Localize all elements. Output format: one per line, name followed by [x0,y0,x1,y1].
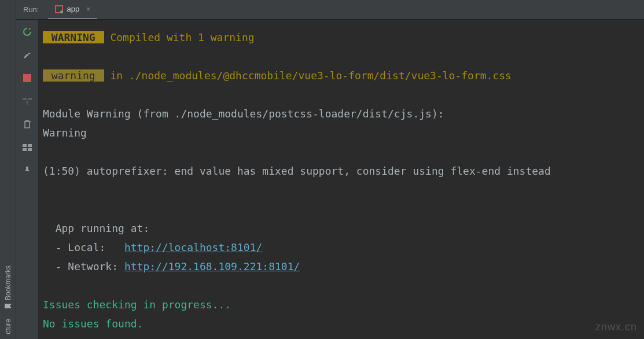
svg-rect-3 [23,144,27,147]
watermark: znwx.cn [595,321,637,333]
no-issues: No issues found. [43,318,143,330]
tab-app[interactable]: app × [48,0,97,19]
top-bar: Run: app × [16,0,644,20]
close-tab-icon[interactable]: × [86,5,90,13]
issues-checking: Issues checking in progress... [43,299,231,311]
tool-column [16,20,38,339]
structure-label: cture [4,319,12,334]
warning-word: Warning [43,127,87,139]
delete-button[interactable] [21,118,34,131]
warning-badge: WARNING [43,31,104,43]
svg-rect-1 [23,98,27,100]
stop-icon [23,74,31,82]
svg-rect-2 [28,98,32,100]
local-link[interactable]: http://localhost:8101/ [124,241,262,253]
body: WARNING Compiled with 1 warning warning … [16,20,644,339]
rerun-button[interactable] [21,25,34,38]
warning-lc-badge: warning [43,69,104,82]
structure-tool[interactable]: cture [4,314,12,339]
console-output[interactable]: WARNING Compiled with 1 warning warning … [38,20,644,339]
layout-button[interactable] [21,95,34,108]
pin-icon [23,166,31,175]
running-at: App running at: [43,222,149,234]
trash-icon [23,120,31,129]
main-area: Run: app × [16,0,644,339]
split-button[interactable] [21,141,34,154]
bookmarks-tool[interactable]: Bookmarks [4,261,12,314]
autoprefixer-msg: (1:50) autoprefixer: end value has mixed… [43,165,551,177]
bookmarks-label: Bookmarks [4,266,12,300]
run-config-icon [55,5,63,13]
tab-label: app [67,5,79,13]
wrench-icon [22,50,32,60]
network-link[interactable]: http://192.168.109.221:8101/ [124,260,300,272]
split-icon [23,144,32,151]
rerun-icon [22,27,32,37]
module-warning: Module Warning (from ./node_modules/post… [43,108,444,120]
left-rail: Bookmarks cture [0,0,16,339]
svg-rect-0 [23,74,31,82]
run-header: Run: [23,5,39,14]
bookmark-icon [5,303,12,309]
in-path: in ./node_modules/@dhccmobile/vue3-lo-fo… [104,69,511,82]
pin-button[interactable] [21,164,34,177]
stop-button[interactable] [21,72,34,84]
compiled-text: Compiled with 1 warning [104,31,255,43]
settings-button[interactable] [21,49,34,61]
svg-rect-4 [28,144,32,147]
svg-rect-5 [23,148,27,151]
layout-icon [23,97,32,106]
svg-rect-6 [28,148,32,151]
network-label: - Network: [43,260,124,272]
local-label: - Local: [43,241,124,253]
